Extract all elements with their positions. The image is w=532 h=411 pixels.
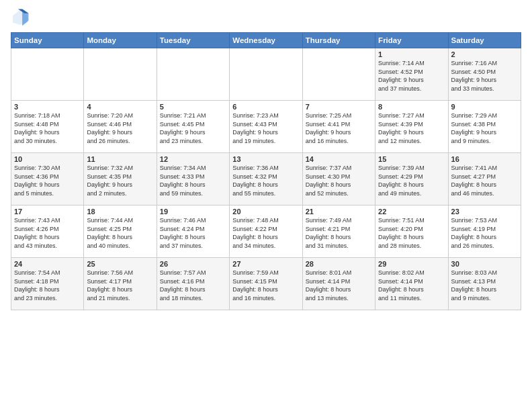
day-info: Sunrise: 8:02 AM Sunset: 4:14 PM Dayligh… xyxy=(378,269,445,302)
day-number: 30 xyxy=(451,260,518,268)
day-cell: 9Sunrise: 7:29 AM Sunset: 4:38 PM Daylig… xyxy=(448,101,521,153)
day-cell: 26Sunrise: 7:57 AM Sunset: 4:16 PM Dayli… xyxy=(157,258,229,310)
day-cell: 15Sunrise: 7:39 AM Sunset: 4:29 PM Dayli… xyxy=(375,153,448,205)
day-info: Sunrise: 8:01 AM Sunset: 4:14 PM Dayligh… xyxy=(306,269,372,302)
day-cell: 8Sunrise: 7:27 AM Sunset: 4:39 PM Daylig… xyxy=(375,101,448,153)
day-number: 28 xyxy=(306,260,372,268)
day-info: Sunrise: 7:23 AM Sunset: 4:43 PM Dayligh… xyxy=(232,111,299,145)
day-info: Sunrise: 7:25 AM Sunset: 4:41 PM Dayligh… xyxy=(306,111,372,145)
day-cell: 24Sunrise: 7:54 AM Sunset: 4:18 PM Dayli… xyxy=(11,258,84,310)
day-cell: 5Sunrise: 7:21 AM Sunset: 4:45 PM Daylig… xyxy=(157,101,229,153)
day-info: Sunrise: 7:16 AM Sunset: 4:50 PM Dayligh… xyxy=(451,59,518,93)
week-row-5: 24Sunrise: 7:54 AM Sunset: 4:18 PM Dayli… xyxy=(11,258,521,310)
day-info: Sunrise: 7:20 AM Sunset: 4:46 PM Dayligh… xyxy=(87,111,153,145)
day-number: 22 xyxy=(378,208,445,216)
day-cell: 21Sunrise: 7:49 AM Sunset: 4:21 PM Dayli… xyxy=(302,205,375,258)
header-row: SundayMondayTuesdayWednesdayThursdayFrid… xyxy=(11,33,521,48)
day-info: Sunrise: 7:30 AM Sunset: 4:36 PM Dayligh… xyxy=(14,164,81,197)
day-number: 27 xyxy=(232,260,299,268)
day-info: Sunrise: 7:36 AM Sunset: 4:32 PM Dayligh… xyxy=(232,164,299,197)
day-number: 24 xyxy=(14,260,81,268)
day-cell: 23Sunrise: 7:53 AM Sunset: 4:19 PM Dayli… xyxy=(448,205,521,258)
col-header-saturday: Saturday xyxy=(448,33,521,48)
day-cell: 22Sunrise: 7:51 AM Sunset: 4:20 PM Dayli… xyxy=(375,205,448,258)
logo-icon xyxy=(11,8,30,27)
week-row-2: 3Sunrise: 7:18 AM Sunset: 4:48 PM Daylig… xyxy=(11,101,521,153)
col-header-thursday: Thursday xyxy=(302,33,375,48)
day-number: 4 xyxy=(87,103,153,111)
day-cell: 3Sunrise: 7:18 AM Sunset: 4:48 PM Daylig… xyxy=(11,101,84,153)
day-info: Sunrise: 7:54 AM Sunset: 4:18 PM Dayligh… xyxy=(14,269,81,302)
day-cell: 28Sunrise: 8:01 AM Sunset: 4:14 PM Dayli… xyxy=(302,258,375,310)
col-header-monday: Monday xyxy=(84,33,157,48)
week-row-1: 1Sunrise: 7:14 AM Sunset: 4:52 PM Daylig… xyxy=(11,48,521,101)
day-number: 12 xyxy=(160,155,226,163)
day-cell: 17Sunrise: 7:43 AM Sunset: 4:26 PM Dayli… xyxy=(11,205,84,258)
page: SundayMondayTuesdayWednesdayThursdayFrid… xyxy=(0,0,532,316)
day-info: Sunrise: 7:59 AM Sunset: 4:15 PM Dayligh… xyxy=(232,269,299,302)
day-number: 16 xyxy=(451,155,518,163)
day-number: 13 xyxy=(232,155,299,163)
day-cell xyxy=(11,48,84,101)
day-number: 19 xyxy=(160,208,226,216)
calendar-table: SundayMondayTuesdayWednesdayThursdayFrid… xyxy=(11,32,521,310)
day-number: 1 xyxy=(378,50,445,58)
week-row-3: 10Sunrise: 7:30 AM Sunset: 4:36 PM Dayli… xyxy=(11,153,521,205)
day-cell: 11Sunrise: 7:32 AM Sunset: 4:35 PM Dayli… xyxy=(84,153,157,205)
day-number: 29 xyxy=(378,260,445,268)
day-number: 8 xyxy=(378,103,445,111)
day-number: 10 xyxy=(14,155,81,163)
day-info: Sunrise: 7:49 AM Sunset: 4:21 PM Dayligh… xyxy=(306,216,372,250)
day-info: Sunrise: 8:03 AM Sunset: 4:13 PM Dayligh… xyxy=(451,269,518,302)
day-cell: 10Sunrise: 7:30 AM Sunset: 4:36 PM Dayli… xyxy=(11,153,84,205)
day-info: Sunrise: 7:56 AM Sunset: 4:17 PM Dayligh… xyxy=(87,269,153,302)
day-cell: 4Sunrise: 7:20 AM Sunset: 4:46 PM Daylig… xyxy=(84,101,157,153)
day-cell: 27Sunrise: 7:59 AM Sunset: 4:15 PM Dayli… xyxy=(230,258,302,310)
day-number: 9 xyxy=(451,103,518,111)
day-cell xyxy=(230,48,302,101)
day-number: 6 xyxy=(232,103,299,111)
day-cell: 16Sunrise: 7:41 AM Sunset: 4:27 PM Dayli… xyxy=(448,153,521,205)
day-cell: 20Sunrise: 7:48 AM Sunset: 4:22 PM Dayli… xyxy=(230,205,302,258)
day-info: Sunrise: 7:41 AM Sunset: 4:27 PM Dayligh… xyxy=(451,164,518,197)
day-cell: 13Sunrise: 7:36 AM Sunset: 4:32 PM Dayli… xyxy=(230,153,302,205)
day-number: 23 xyxy=(451,208,518,216)
col-header-wednesday: Wednesday xyxy=(230,33,302,48)
day-number: 15 xyxy=(378,155,445,163)
day-info: Sunrise: 7:21 AM Sunset: 4:45 PM Dayligh… xyxy=(160,111,226,145)
day-info: Sunrise: 7:39 AM Sunset: 4:29 PM Dayligh… xyxy=(378,164,445,197)
day-info: Sunrise: 7:53 AM Sunset: 4:19 PM Dayligh… xyxy=(451,216,518,250)
day-cell: 18Sunrise: 7:44 AM Sunset: 4:25 PM Dayli… xyxy=(84,205,157,258)
day-info: Sunrise: 7:48 AM Sunset: 4:22 PM Dayligh… xyxy=(232,216,299,250)
day-number: 17 xyxy=(14,208,81,216)
day-cell: 19Sunrise: 7:46 AM Sunset: 4:24 PM Dayli… xyxy=(157,205,229,258)
logo xyxy=(11,8,32,27)
day-number: 7 xyxy=(306,103,372,111)
day-info: Sunrise: 7:51 AM Sunset: 4:20 PM Dayligh… xyxy=(378,216,445,250)
day-number: 20 xyxy=(232,208,299,216)
day-cell: 25Sunrise: 7:56 AM Sunset: 4:17 PM Dayli… xyxy=(84,258,157,310)
day-number: 3 xyxy=(14,103,81,111)
day-cell: 14Sunrise: 7:37 AM Sunset: 4:30 PM Dayli… xyxy=(302,153,375,205)
header xyxy=(11,8,521,27)
col-header-sunday: Sunday xyxy=(11,33,84,48)
day-cell: 6Sunrise: 7:23 AM Sunset: 4:43 PM Daylig… xyxy=(230,101,302,153)
col-header-friday: Friday xyxy=(375,33,448,48)
day-info: Sunrise: 7:27 AM Sunset: 4:39 PM Dayligh… xyxy=(378,111,445,145)
day-info: Sunrise: 7:44 AM Sunset: 4:25 PM Dayligh… xyxy=(87,216,153,250)
day-info: Sunrise: 7:18 AM Sunset: 4:48 PM Dayligh… xyxy=(14,111,81,145)
day-cell xyxy=(84,48,157,101)
day-cell: 12Sunrise: 7:34 AM Sunset: 4:33 PM Dayli… xyxy=(157,153,229,205)
day-info: Sunrise: 7:14 AM Sunset: 4:52 PM Dayligh… xyxy=(378,59,445,93)
day-cell xyxy=(302,48,375,101)
day-number: 18 xyxy=(87,208,153,216)
day-info: Sunrise: 7:57 AM Sunset: 4:16 PM Dayligh… xyxy=(160,269,226,302)
day-number: 26 xyxy=(160,260,226,268)
day-number: 25 xyxy=(87,260,153,268)
day-info: Sunrise: 7:32 AM Sunset: 4:35 PM Dayligh… xyxy=(87,164,153,197)
day-info: Sunrise: 7:43 AM Sunset: 4:26 PM Dayligh… xyxy=(14,216,81,250)
day-cell: 2Sunrise: 7:16 AM Sunset: 4:50 PM Daylig… xyxy=(448,48,521,101)
day-cell xyxy=(157,48,229,101)
day-cell: 30Sunrise: 8:03 AM Sunset: 4:13 PM Dayli… xyxy=(448,258,521,310)
day-info: Sunrise: 7:37 AM Sunset: 4:30 PM Dayligh… xyxy=(306,164,372,197)
